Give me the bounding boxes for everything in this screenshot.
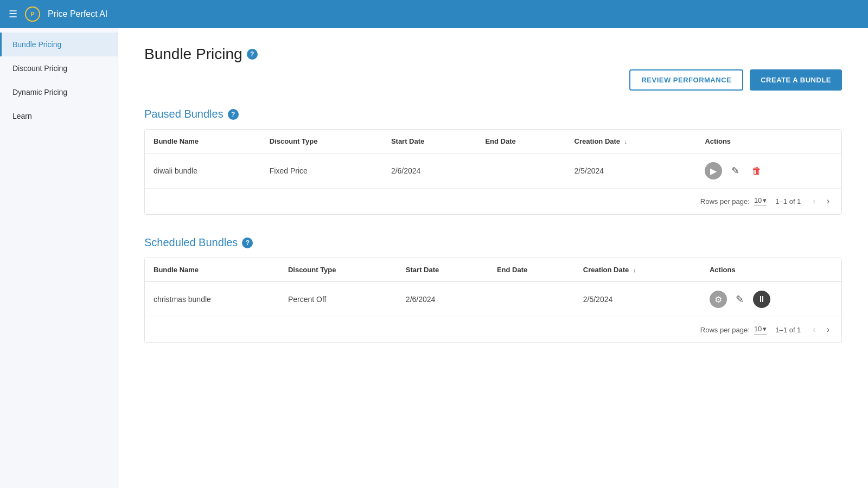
scheduled-pagination-row: Rows per page: 10 ▾ 1–1 of 1 ‹ › — [145, 317, 841, 343]
svg-text:P: P — [30, 11, 35, 17]
scheduled-bundles-table-container: Bundle Name Discount Type Start Date End… — [144, 258, 842, 343]
app-title: Price Perfect AI — [48, 9, 107, 19]
scheduled-actions: ⚙ ✎ ⏸ — [701, 282, 841, 317]
scheduled-start-date: 2/6/2024 — [397, 282, 488, 317]
table-row: diwali bundle Fixed Price 2/6/2024 2/5/2… — [145, 153, 841, 189]
next-page-paused[interactable]: › — [824, 194, 833, 208]
paused-start-date: 2/6/2024 — [382, 153, 477, 189]
top-nav: ☰ P Price Perfect AI — [0, 0, 868, 28]
col-end-date-scheduled: End Date — [488, 258, 575, 282]
page-info-scheduled: 1–1 of 1 — [775, 326, 801, 334]
sidebar-item-learn[interactable]: Learn — [0, 104, 118, 128]
col-discount-type-scheduled: Discount Type — [279, 258, 397, 282]
scheduled-action-icons: ⚙ ✎ ⏸ — [710, 291, 833, 308]
paused-bundles-title-row: Paused Bundles ? — [144, 108, 842, 120]
scheduled-bundles-title: Scheduled Bundles — [144, 236, 238, 249]
rows-per-page-select-paused[interactable]: 10 ▾ — [754, 196, 767, 206]
paused-bundles-header-row: Bundle Name Discount Type Start Date End… — [145, 130, 841, 153]
scheduled-end-date — [488, 282, 575, 317]
create-bundle-button[interactable]: CREATE A BUNDLE — [750, 69, 842, 91]
page-info-paused: 1–1 of 1 — [775, 197, 801, 206]
dropdown-icon-scheduled: ▾ — [763, 325, 767, 333]
prev-page-scheduled[interactable]: ‹ — [809, 323, 819, 337]
scheduled-bundle-name: christmas bundle — [145, 282, 279, 317]
page-title-help-icon[interactable]: ? — [247, 49, 258, 60]
sort-icon-scheduled: ↓ — [633, 267, 636, 273]
sidebar-item-bundle-pricing[interactable]: Bundle Pricing — [0, 33, 118, 56]
paused-end-date — [476, 153, 565, 189]
edit-button-paused[interactable]: ✎ — [726, 162, 744, 179]
rows-per-page-label-paused: Rows per page: — [700, 197, 750, 206]
paused-bundles-title: Paused Bundles — [144, 108, 224, 120]
paused-pagination-controls: Rows per page: 10 ▾ 1–1 of 1 ‹ › — [154, 194, 833, 208]
hamburger-icon[interactable]: ☰ — [9, 8, 17, 20]
col-creation-date-scheduled[interactable]: Creation Date ↓ — [575, 258, 701, 282]
paused-creation-date: 2/5/2024 — [566, 153, 697, 189]
col-actions-scheduled: Actions — [701, 258, 841, 282]
scheduled-bundles-help-icon[interactable]: ? — [242, 237, 253, 248]
scheduled-bundles-header-row: Bundle Name Discount Type Start Date End… — [145, 258, 841, 282]
paused-bundles-help-icon[interactable]: ? — [228, 109, 239, 120]
table-row: christmas bundle Percent Off 2/6/2024 2/… — [145, 282, 841, 317]
col-actions-paused: Actions — [696, 130, 841, 153]
gear-button[interactable]: ⚙ — [710, 291, 727, 308]
col-discount-type-paused: Discount Type — [261, 130, 382, 153]
play-button[interactable]: ▶ — [705, 162, 722, 179]
app-layout: Bundle Pricing Discount Pricing Dynamic … — [0, 28, 868, 488]
scheduled-creation-date: 2/5/2024 — [575, 282, 701, 317]
sidebar-label-dynamic-pricing: Dynamic Pricing — [12, 88, 67, 97]
dropdown-icon-paused: ▾ — [763, 196, 767, 204]
col-bundle-name-paused: Bundle Name — [145, 130, 261, 153]
paused-bundles-table: Bundle Name Discount Type Start Date End… — [145, 130, 841, 214]
paused-discount-type: Fixed Price — [261, 153, 382, 189]
review-performance-button[interactable]: REVIEW PERFORMANCE — [629, 69, 743, 91]
pause-button[interactable]: ⏸ — [753, 291, 770, 308]
sidebar-label-discount-pricing: Discount Pricing — [12, 64, 67, 73]
sidebar-item-dynamic-pricing[interactable]: Dynamic Pricing — [0, 80, 118, 104]
rows-per-page-label-scheduled: Rows per page: — [700, 326, 750, 334]
main-content: Bundle Pricing ? REVIEW PERFORMANCE CREA… — [118, 28, 868, 488]
col-bundle-name-scheduled: Bundle Name — [145, 258, 279, 282]
paused-pagination-cell: Rows per page: 10 ▾ 1–1 of 1 ‹ › — [145, 189, 841, 214]
sidebar-item-discount-pricing[interactable]: Discount Pricing — [0, 56, 118, 80]
prev-page-paused[interactable]: ‹ — [809, 194, 819, 208]
paused-pagination-row: Rows per page: 10 ▾ 1–1 of 1 ‹ › — [145, 189, 841, 214]
app-logo: P — [24, 5, 41, 23]
rows-per-page-select-scheduled[interactable]: 10 ▾ — [754, 325, 767, 335]
scheduled-bundles-table: Bundle Name Discount Type Start Date End… — [145, 258, 841, 343]
sidebar-label-learn: Learn — [12, 112, 32, 120]
col-start-date-paused: Start Date — [382, 130, 477, 153]
scheduled-bundles-title-row: Scheduled Bundles ? — [144, 236, 842, 249]
scheduled-pagination-cell: Rows per page: 10 ▾ 1–1 of 1 ‹ › — [145, 317, 841, 343]
page-title-row: Bundle Pricing ? — [144, 46, 842, 63]
paused-bundles-table-container: Bundle Name Discount Type Start Date End… — [144, 129, 842, 215]
paused-actions: ▶ ✎ 🗑 — [696, 153, 841, 189]
paused-action-icons: ▶ ✎ 🗑 — [705, 162, 833, 179]
col-creation-date-paused[interactable]: Creation Date ↓ — [566, 130, 697, 153]
col-start-date-scheduled: Start Date — [397, 258, 488, 282]
next-page-scheduled[interactable]: › — [824, 323, 833, 337]
page-title: Bundle Pricing — [144, 46, 242, 63]
col-end-date-paused: End Date — [476, 130, 565, 153]
edit-button-scheduled[interactable]: ✎ — [731, 291, 749, 308]
paused-bundle-name: diwali bundle — [145, 153, 261, 189]
scheduled-pagination-controls: Rows per page: 10 ▾ 1–1 of 1 ‹ › — [154, 323, 833, 337]
action-buttons: REVIEW PERFORMANCE CREATE A BUNDLE — [144, 69, 842, 91]
scheduled-discount-type: Percent Off — [279, 282, 397, 317]
sidebar: Bundle Pricing Discount Pricing Dynamic … — [0, 28, 118, 488]
sort-icon-paused: ↓ — [624, 138, 628, 145]
delete-button[interactable]: 🗑 — [748, 162, 765, 179]
sidebar-label-bundle-pricing: Bundle Pricing — [12, 40, 61, 49]
